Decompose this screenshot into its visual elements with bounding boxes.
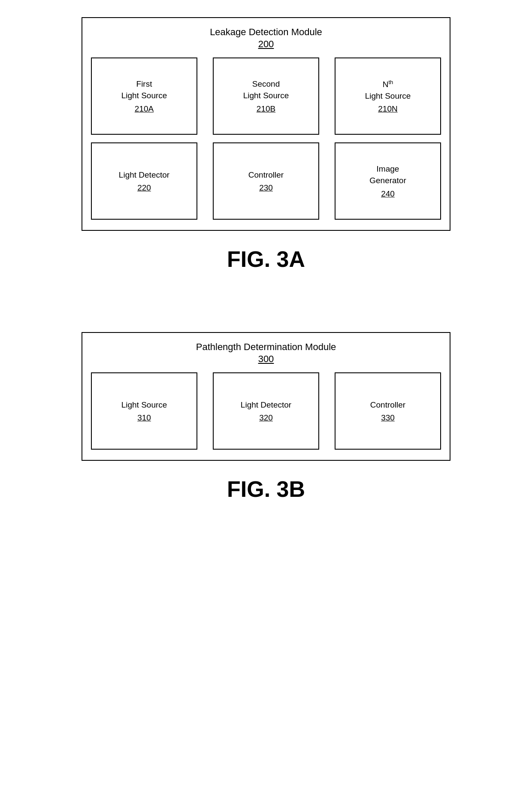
first-light-source-label: FirstLight Source xyxy=(121,79,167,101)
second-light-source-cell: SecondLight Source 210B xyxy=(213,57,319,135)
light-detector-320-label: Light Detector xyxy=(241,399,291,411)
leakage-detection-module-box: Leakage Detection Module 200 FirstLight … xyxy=(82,17,450,231)
fig3b-label: FIG. 3B xyxy=(227,476,305,502)
second-light-source-label: SecondLight Source xyxy=(243,79,289,101)
pathlength-determination-module-box: Pathlength Determination Module 300 Ligh… xyxy=(82,332,450,461)
light-detector-320-number: 320 xyxy=(259,413,273,423)
controller-label: Controller xyxy=(248,169,284,181)
controller-cell: Controller 230 xyxy=(213,142,319,220)
pathlength-determination-module-title: Pathlength Determination Module xyxy=(91,342,441,353)
light-detector-number: 220 xyxy=(137,183,151,193)
light-detector-label: Light Detector xyxy=(119,169,169,181)
leakage-detection-module-title: Leakage Detection Module xyxy=(91,27,441,38)
light-detector-320-cell: Light Detector 320 xyxy=(213,372,319,450)
second-light-source-number: 210B xyxy=(257,104,275,114)
nth-light-source-cell: NthLight Source 210N xyxy=(335,57,441,135)
image-generator-cell: ImageGenerator 240 xyxy=(335,142,441,220)
light-detector-cell: Light Detector 220 xyxy=(91,142,197,220)
light-source-310-label: Light Source xyxy=(121,399,167,411)
controller-330-label: Controller xyxy=(370,399,405,411)
fig3b-row1: Light Source 310 Light Detector 320 Cont… xyxy=(91,372,441,450)
nth-light-source-label: NthLight Source xyxy=(365,79,411,102)
leakage-detection-module-number: 200 xyxy=(91,39,441,50)
fig3a-label: FIG. 3A xyxy=(227,246,305,272)
nth-light-source-number: 210N xyxy=(378,104,397,114)
light-source-310-cell: Light Source 310 xyxy=(91,372,197,450)
controller-330-number: 330 xyxy=(381,413,395,423)
controller-number: 230 xyxy=(259,183,273,193)
fig3a-row1: FirstLight Source 210A SecondLight Sourc… xyxy=(91,57,441,135)
first-light-source-number: 210A xyxy=(135,104,154,114)
controller-330-cell: Controller 330 xyxy=(335,372,441,450)
image-generator-number: 240 xyxy=(381,189,395,199)
nth-superscript: th xyxy=(388,79,393,85)
fig3a-row2: Light Detector 220 Controller 230 ImageG… xyxy=(91,142,441,220)
pathlength-determination-module-number: 300 xyxy=(91,354,441,365)
first-light-source-cell: FirstLight Source 210A xyxy=(91,57,197,135)
diagram-container: Leakage Detection Module 200 FirstLight … xyxy=(26,17,506,528)
light-source-310-number: 310 xyxy=(137,413,151,423)
image-generator-label: ImageGenerator xyxy=(369,163,406,186)
